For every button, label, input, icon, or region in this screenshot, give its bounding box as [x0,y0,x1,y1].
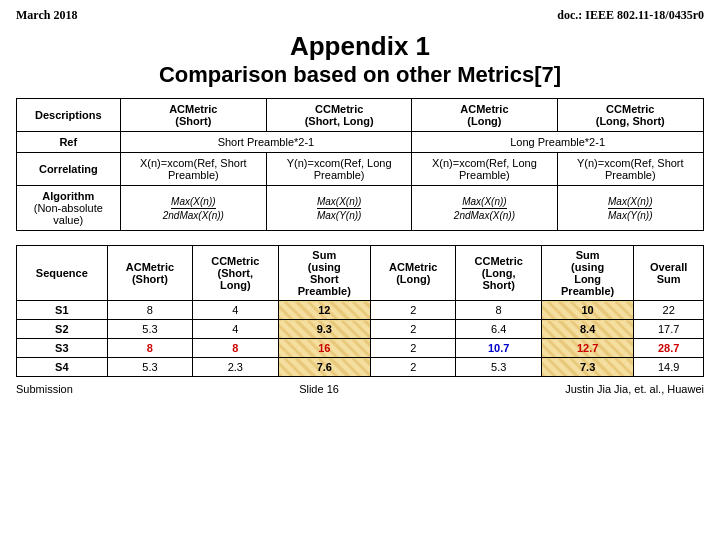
page-header: March 2018 doc.: IEEE 802.11-18/0435r0 [0,0,720,27]
footer-left: Submission [16,383,73,395]
col-ac-short: ACMetric(Short) [107,246,192,301]
correlating-col4: Y(n)=xcom(Ref, Short Preamble) [557,153,703,186]
sum-short-cell: 16 [278,339,370,358]
cc-short-long-cell: 2.3 [193,358,278,377]
col-descriptions: Descriptions [17,99,121,132]
seq-cell: S1 [17,301,108,320]
col-cc-long-short: CCMetric(Long,Short) [456,246,541,301]
footer-right: Justin Jia Jia, et. al., Huawei [565,383,704,395]
ref-label: Ref [17,132,121,153]
table-row: S38816210.712.728.7 [17,339,704,358]
col-overall: OverallSum [634,246,704,301]
seq-cell: S3 [17,339,108,358]
overall-cell: 17.7 [634,320,704,339]
cc-short-long-cell: 4 [193,320,278,339]
title-line1: Appendix 1 [16,31,704,62]
col-ccmetric-short-long: CCMetric(Short, Long) [267,99,412,132]
sum-long-cell: 8.4 [541,320,633,339]
title-area: Appendix 1 Comparison based on other Met… [0,27,720,98]
ac-short-cell: 8 [107,301,192,320]
correlating-label: Correlating [17,153,121,186]
algorithm-label: Algorithm(Non-absolute value) [17,186,121,231]
col-acmetric-long: ACMetric(Long) [412,99,557,132]
cc-long-short-cell: 8 [456,301,541,320]
col-ac-long: ACMetric(Long) [371,246,456,301]
page-footer: Submission Slide 16 Justin Jia Jia, et. … [0,377,720,395]
table-row: S25.349.326.48.417.7 [17,320,704,339]
seq-cell: S2 [17,320,108,339]
footer-center: Slide 16 [299,383,339,395]
title-line2: Comparison based on other Metrics[7] [16,62,704,88]
table-row-correlating: Correlating X(n)=xcom(Ref, Short Preambl… [17,153,704,186]
col-cc-short-long: CCMetric(Short,Long) [193,246,278,301]
correlating-col1: X(n)=xcom(Ref, Short Preamble) [120,153,266,186]
ac-short-cell: 5.3 [107,320,192,339]
col-acmetric-short: ACMetric(Short) [120,99,266,132]
ref-long-preamble: Long Preamble*2-1 [412,132,704,153]
ac-short-cell: 5.3 [107,358,192,377]
table-row-ref: Ref Short Preamble*2-1 Long Preamble*2-1 [17,132,704,153]
col-sum-short: Sum(usingShortPreamble) [278,246,370,301]
ac-long-cell: 2 [371,301,456,320]
sum-short-cell: 7.6 [278,358,370,377]
sum-short-cell: 12 [278,301,370,320]
ac-long-cell: 2 [371,320,456,339]
table-row: S45.32.37.625.37.314.9 [17,358,704,377]
bottom-table-wrapper: Sequence ACMetric(Short) CCMetric(Short,… [0,245,720,377]
table-row-algorithm: Algorithm(Non-absolute value) Max(X(n))2… [17,186,704,231]
ref-short-preamble: Short Preamble*2-1 [120,132,412,153]
seq-cell: S4 [17,358,108,377]
bottom-table: Sequence ACMetric(Short) CCMetric(Short,… [16,245,704,377]
cc-short-long-cell: 8 [193,339,278,358]
table-row: S18412281022 [17,301,704,320]
correlating-col2: Y(n)=xcom(Ref, Long Preamble) [267,153,412,186]
header-left: March 2018 [16,8,77,23]
cc-short-long-cell: 4 [193,301,278,320]
algorithm-col2: Max(X(n))Max(Y(n)) [267,186,412,231]
sum-long-cell: 10 [541,301,633,320]
ac-long-cell: 2 [371,358,456,377]
correlating-col3: X(n)=xcom(Ref, Long Preamble) [412,153,557,186]
top-table-wrapper: Descriptions ACMetric(Short) CCMetric(Sh… [0,98,720,231]
bottom-table-header: Sequence ACMetric(Short) CCMetric(Short,… [17,246,704,301]
ac-long-cell: 2 [371,339,456,358]
top-table: Descriptions ACMetric(Short) CCMetric(Sh… [16,98,704,231]
sum-long-cell: 12.7 [541,339,633,358]
overall-cell: 14.9 [634,358,704,377]
cc-long-short-cell: 10.7 [456,339,541,358]
sum-long-cell: 7.3 [541,358,633,377]
sum-short-cell: 9.3 [278,320,370,339]
col-ccmetric-long-short: CCMetric(Long, Short) [557,99,703,132]
overall-cell: 22 [634,301,704,320]
cc-long-short-cell: 5.3 [456,358,541,377]
col-sequence: Sequence [17,246,108,301]
algorithm-col4: Max(X(n))Max(Y(n)) [557,186,703,231]
ac-short-cell: 8 [107,339,192,358]
col-sum-long: Sum(usingLongPreamble) [541,246,633,301]
overall-cell: 28.7 [634,339,704,358]
header-right: doc.: IEEE 802.11-18/0435r0 [557,8,704,23]
algorithm-col1: Max(X(n))2ndMax(X(n)) [120,186,266,231]
algorithm-col3: Max(X(n))2ndMax(X(n)) [412,186,557,231]
cc-long-short-cell: 6.4 [456,320,541,339]
